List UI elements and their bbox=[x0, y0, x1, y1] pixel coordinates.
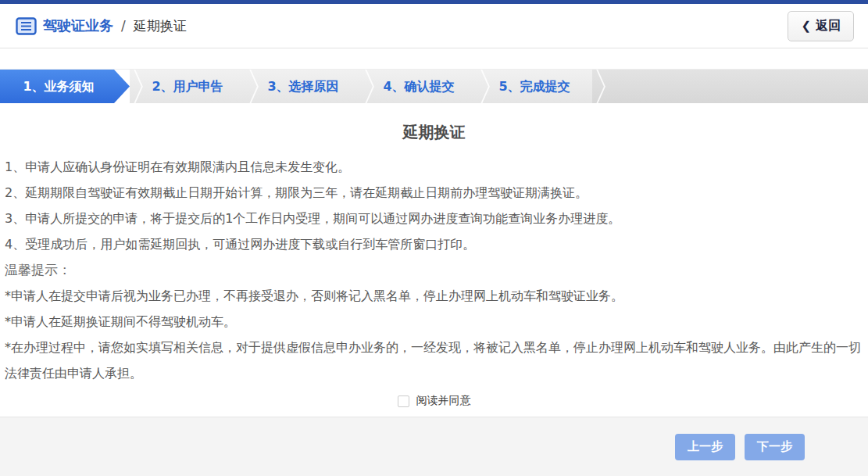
chevron-left-icon: ❮ bbox=[801, 19, 811, 33]
step-1-business-notice: 1、业务须知 bbox=[0, 70, 130, 103]
step-separator-chevron-icon bbox=[594, 70, 608, 103]
step-progress-bar: 1、业务须知 2、用户申告 3、选择原因 4、确认提交 5、完成提交 bbox=[0, 69, 868, 103]
tips-heading: 温馨提示： bbox=[5, 257, 863, 283]
main-content: 延期换证 1、申请人应确认身份证明在有效期限满内且信息未发生变化。 2、延期期限… bbox=[0, 103, 868, 417]
step-label: 3、选择原因 bbox=[267, 79, 338, 94]
notice-item-4: 4、受理成功后，用户如需延期回执，可通过网办进度下载或自行到车管所窗口打印。 bbox=[5, 231, 863, 257]
footer-action-bar: 上一步 下一步 bbox=[0, 417, 868, 476]
breadcrumb-section-link[interactable]: 驾驶证业务 bbox=[43, 16, 113, 35]
breadcrumb: 驾驶证业务 / 延期换证 bbox=[16, 16, 187, 35]
step-separator-chevron-icon bbox=[478, 70, 492, 103]
step-label: 5、完成提交 bbox=[498, 79, 570, 94]
step-separator-chevron-icon bbox=[131, 70, 145, 103]
breadcrumb-separator: / bbox=[121, 18, 126, 34]
notice-item-3: 3、申请人所提交的申请，将于提交后的1个工作日内受理，期间可以通过网办进度查询功… bbox=[5, 206, 863, 231]
notice-item-2: 2、延期期限自驾驶证有效期截止日期开始计算，期限为三年，请在延期截止日期前办理驾… bbox=[5, 180, 863, 206]
step-2-user-declaration: 2、用户申告 bbox=[130, 70, 245, 103]
notice-item-1: 1、申请人应确认身份证明在有效期限满内且信息未发生变化。 bbox=[5, 154, 863, 180]
agree-checkbox[interactable] bbox=[398, 395, 409, 407]
next-step-button[interactable]: 下一步 bbox=[745, 434, 805, 460]
step-5-complete-submit: 5、完成提交 bbox=[477, 70, 592, 103]
step-label: 2、用户申告 bbox=[152, 79, 223, 94]
tip-item-1: *申请人在提交申请后视为业务已办理，不再接受退办，否则将记入黑名单，停止办理网上… bbox=[5, 283, 863, 309]
step-3-select-reason: 3、选择原因 bbox=[245, 70, 361, 103]
prev-step-button[interactable]: 上一步 bbox=[675, 434, 735, 460]
back-button[interactable]: ❮ 返回 bbox=[788, 11, 854, 41]
page: 驾驶证业务 / 延期换证 ❮ 返回 1、业务须知 2、用户申告 3、选择原因 4… bbox=[0, 0, 868, 476]
tip-item-3: *在办理过程中，请您如实填写相关信息，对于提供虚假信息申办业务的，一经发现，将被… bbox=[5, 335, 863, 386]
step-separator-chevron-icon bbox=[247, 70, 261, 103]
list-icon bbox=[16, 17, 37, 35]
agree-checkbox-label: 阅读并同意 bbox=[416, 394, 471, 408]
step-bar-tail bbox=[592, 70, 868, 103]
back-button-label: 返回 bbox=[816, 18, 841, 34]
breadcrumb-current-page: 延期换证 bbox=[134, 17, 187, 35]
page-title: 延期换证 bbox=[5, 122, 863, 143]
step-4-confirm-submit: 4、确认提交 bbox=[361, 70, 477, 103]
step-label: 1、业务须知 bbox=[23, 79, 94, 94]
tip-item-2: *申请人在延期换证期间不得驾驶机动车。 bbox=[5, 309, 863, 335]
header: 驾驶证业务 / 延期换证 ❮ 返回 bbox=[0, 4, 868, 48]
step-label: 4、确认提交 bbox=[383, 79, 454, 94]
agree-row: 阅读并同意 bbox=[5, 394, 863, 408]
step-separator-chevron-icon bbox=[363, 70, 377, 103]
